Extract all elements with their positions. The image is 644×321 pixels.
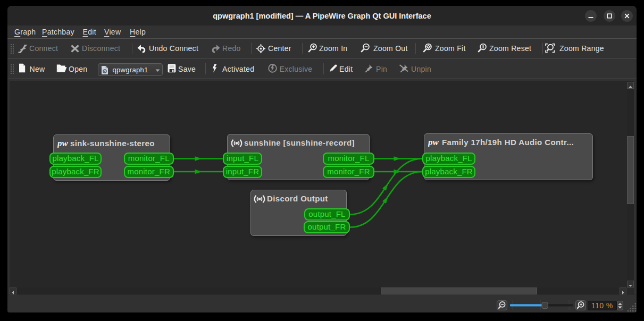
- svg-text:pw: pw: [57, 139, 69, 148]
- svg-text:pw: pw: [428, 138, 439, 147]
